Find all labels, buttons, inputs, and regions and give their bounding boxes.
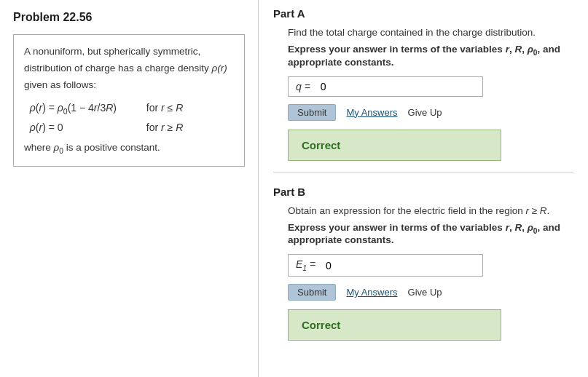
part-a-my-answers-link[interactable]: My Answers <box>346 107 397 118</box>
eq1-right: for r ≤ R <box>141 100 183 117</box>
part-a-input-wrapper: q = <box>288 76 483 97</box>
part-a-input[interactable] <box>321 81 475 92</box>
part-b-question: Obtain an expression for the electric fi… <box>273 205 573 216</box>
part-a-label: Part A <box>273 7 573 20</box>
eq2-right: for r ≥ R <box>141 119 183 137</box>
left-panel: Problem 22.56 A nonuniform, but spherica… <box>0 0 259 377</box>
part-a-action-row: Submit My Answers Give Up <box>273 104 573 121</box>
part-b-answer-row: E1 = <box>273 254 573 277</box>
part-a-question: Find the total charge contained in the c… <box>273 27 573 38</box>
part-b-answer-label: E1 = <box>296 258 321 272</box>
eq2-left: ρ(r) = 0 <box>24 119 141 137</box>
part-b-action-row: Submit My Answers Give Up <box>273 284 573 301</box>
part-b-my-answers-link[interactable]: My Answers <box>346 287 397 298</box>
part-b-section: Part B Obtain an expression for the elec… <box>273 186 573 352</box>
problem-box: A nonuniform, but spherically symmetric,… <box>13 34 245 167</box>
part-b-input-wrapper: E1 = <box>288 254 483 277</box>
part-b-instruction: Express your answer in terms of the vari… <box>273 222 573 246</box>
part-a-answer-row: q = <box>273 76 573 97</box>
right-panel: Part A Find the total charge contained i… <box>259 0 588 377</box>
part-a-answer-label: q = <box>296 81 316 92</box>
part-b-give-up[interactable]: Give Up <box>408 287 442 298</box>
equation-row-2: ρ(r) = 0 for r ≥ R <box>24 119 234 137</box>
where-line: where ρ0 is a positive constant. <box>24 140 234 157</box>
part-b-label: Part B <box>273 186 573 198</box>
part-a-instruction: Express your answer in terms of the vari… <box>273 44 573 68</box>
eq1-left: ρ(r) = ρ0(1 − 4r/3R) <box>24 100 141 119</box>
equation-row-1: ρ(r) = ρ0(1 − 4r/3R) for r ≤ R <box>24 100 234 119</box>
part-b-correct-banner: Correct <box>288 309 501 341</box>
part-b-submit-button[interactable]: Submit <box>288 284 336 301</box>
part-b-input[interactable] <box>326 260 475 271</box>
part-a-section: Part A Find the total charge contained i… <box>273 7 573 172</box>
problem-title: Problem 22.56 <box>13 11 245 24</box>
problem-description: A nonuniform, but spherically symmetric,… <box>24 44 234 94</box>
part-a-correct-banner: Correct <box>288 130 501 161</box>
rho-symbol: ρ(r) <box>211 63 227 74</box>
part-a-give-up[interactable]: Give Up <box>408 107 442 118</box>
part-a-submit-button[interactable]: Submit <box>288 104 336 121</box>
